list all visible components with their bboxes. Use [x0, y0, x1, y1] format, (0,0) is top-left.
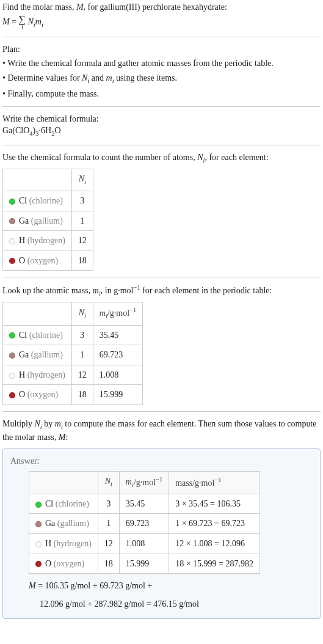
mult-d: :	[65, 433, 68, 442]
table-row: O (oxygen) 18	[3, 251, 93, 271]
el-sym: Cl	[45, 499, 53, 508]
table-header-Ni: Ni	[71, 302, 93, 325]
ans-part1: 106.35 g/mol + 69.723 g/mol +	[45, 581, 153, 590]
table-row: O (oxygen) 18 15.999 18 × 15.999 = 287.9…	[29, 554, 260, 574]
mult-M: M	[59, 433, 66, 442]
table-row: Ga (gallium) 1	[3, 211, 93, 231]
cell-Ni: 1	[71, 211, 93, 231]
plan-mi: mi	[106, 73, 114, 82]
el-sym: Cl	[19, 331, 27, 340]
mult-a: Multiply	[2, 419, 35, 428]
el-sym: Ga	[45, 519, 55, 528]
element-dot-icon	[9, 332, 15, 338]
prompt-text: Find the molar mass,	[2, 2, 76, 12]
table-header-mi: mi/g·mol−1	[119, 471, 169, 494]
element-dot-icon	[9, 238, 15, 244]
chemical-formula: Ga(ClO4)3·6H2O	[2, 125, 321, 138]
cell-mi: 15.999	[119, 554, 169, 574]
plan-bullet-3: • Finally, compute the mass.	[2, 88, 321, 100]
divider	[2, 277, 321, 277]
cell-mi: 69.723	[119, 514, 169, 534]
divider	[2, 145, 321, 145]
table-row: H (hydrogen) 12 1.008 12 × 1.008 = 12.09…	[29, 533, 260, 554]
el-name: (gallium)	[31, 216, 63, 225]
el-sym: O	[45, 559, 51, 568]
cell-Ni: 3	[71, 191, 93, 211]
table-row: Cl (chlorine) 3	[3, 191, 93, 211]
prompt: Find the molar mass, M, for gallium(III)…	[2, 1, 321, 13]
ans-eq: =	[36, 581, 45, 590]
plan-bullet-1: • Write the chemical formula and gather …	[2, 57, 321, 70]
table-header-blank	[3, 302, 72, 325]
el-sym: H	[45, 539, 51, 548]
table-header-Ni: Ni	[71, 169, 93, 191]
el-name: (oxygen)	[27, 390, 59, 399]
el-sym: Ga	[19, 216, 29, 225]
table-header-mi: mi/g·mol−1	[93, 302, 142, 325]
el-name: (chlorine)	[29, 196, 63, 205]
table-row: Cl (chlorine) 3 35.45	[3, 325, 143, 345]
count-Ni: Ni	[197, 153, 205, 162]
prompt-text2: , for gallium(III) perchlorate hexahydra…	[84, 2, 227, 12]
el-name: (hydrogen)	[27, 370, 65, 379]
element-dot-icon	[35, 521, 42, 527]
element-dot-icon	[9, 392, 15, 398]
cell-mi: 35.45	[93, 325, 142, 345]
mass-intro: Look up the atomic mass, mi, in g·mol−1 …	[2, 284, 321, 298]
mass-intro-c: for each element in the periodic table:	[140, 286, 272, 295]
cell-Ni: 3	[71, 325, 93, 345]
el-sym: O	[19, 390, 25, 399]
cell-mi: 15.999	[93, 385, 142, 405]
el-name: (hydrogen)	[27, 236, 65, 245]
el-sym: O	[19, 256, 25, 265]
table-header-Ni: Ni	[98, 471, 119, 494]
cell-Ni: 1	[71, 345, 93, 365]
cell-mi: 69.723	[93, 345, 142, 365]
count-intro-b: , for each element:	[205, 153, 268, 162]
el-name: (chlorine)	[29, 331, 63, 340]
plan-title: Plan:	[2, 43, 321, 56]
table-header-blank	[29, 471, 98, 494]
count-table: Ni Cl (chlorine) 3 Ga (gallium) 1 H (hyd…	[2, 169, 93, 271]
ans-part2: 12.096 g/mol + 287.982 g/mol = 476.15 g/…	[40, 599, 199, 609]
answer-equation-cont: 12.096 g/mol + 287.982 g/mol = 476.15 g/…	[29, 598, 313, 610]
el-sym: Cl	[19, 196, 27, 205]
mass-intro-a: Look up the atomic mass,	[2, 286, 93, 295]
mult-b: by	[42, 419, 55, 428]
el-sym: Ga	[19, 350, 29, 359]
count-intro: Use the chemical formula to count the nu…	[2, 152, 321, 165]
cell-Ni: 12	[71, 231, 93, 251]
plan-b2-a: • Determine values for	[2, 73, 82, 82]
element-dot-icon	[9, 258, 15, 264]
mult-Ni: Ni	[35, 419, 42, 428]
sum-symbol: ∑	[19, 15, 26, 24]
count-intro-a: Use the chemical formula to count the nu…	[2, 153, 197, 162]
formula-title: Write the chemical formula:	[2, 113, 321, 125]
table-row: Cl (chlorine) 3 35.45 3 × 35.45 = 106.35	[29, 494, 260, 514]
cell-mi: 1.008	[119, 533, 169, 554]
cell-Ni: 12	[98, 533, 119, 554]
cell-mass: 12 × 1.008 = 12.096	[169, 533, 260, 554]
plan-bullet-2: • Determine values for Ni and mi using t…	[2, 72, 321, 86]
cell-Ni: 18	[71, 385, 93, 405]
mass-neg1: −1	[133, 284, 140, 291]
cell-Ni: 3	[98, 494, 119, 514]
el-name: (gallium)	[57, 519, 89, 528]
ans-M: M	[29, 581, 36, 590]
cell-mi: 1.008	[93, 365, 142, 385]
multiply-text: Multiply Ni by mi to compute the mass fo…	[2, 418, 321, 444]
answer-label: Answer:	[10, 455, 313, 467]
cell-mass: 1 × 69.723 = 69.723	[169, 514, 260, 534]
cell-Ni: 18	[71, 251, 93, 271]
plan-b2-and: and	[89, 73, 106, 82]
table-row: Ga (gallium) 1 69.723 1 × 69.723 = 69.72…	[29, 514, 260, 534]
table-row: O (oxygen) 18 15.999	[3, 385, 143, 405]
mult-mi: mi	[55, 419, 63, 428]
element-dot-icon	[35, 502, 42, 508]
cell-Ni: 1	[98, 514, 119, 534]
table-row: H (hydrogen) 12	[3, 231, 93, 251]
divider	[2, 37, 321, 37]
plan-Ni: Ni	[82, 73, 89, 82]
prompt-equation: M = ∑ i Nimi	[2, 15, 321, 31]
element-dot-icon	[9, 373, 15, 379]
